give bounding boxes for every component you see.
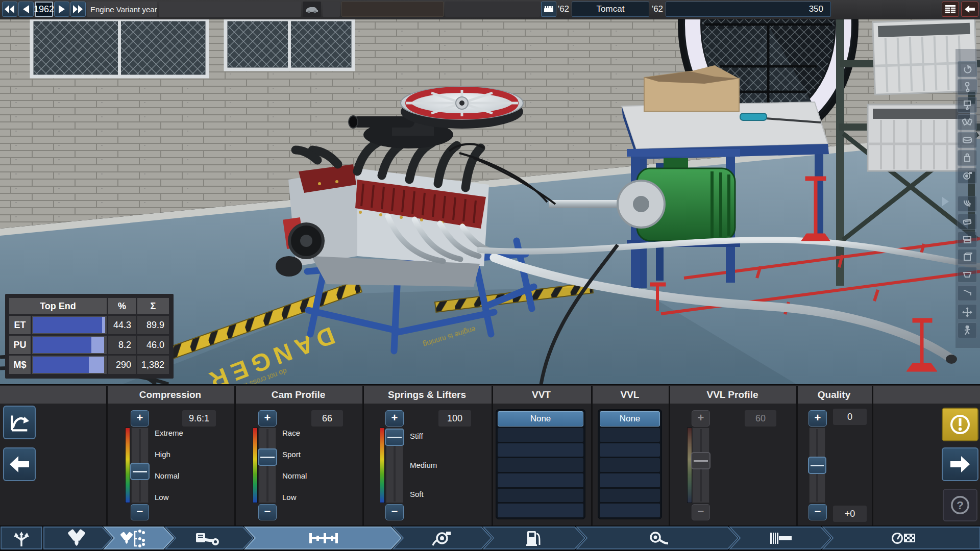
cam-slider-handle[interactable] [258,448,277,466]
year-first-button[interactable] [2,2,17,17]
toolbar-move-button[interactable] [958,304,977,320]
car-model-button[interactable] [303,2,321,17]
toolbar-cylinder-head-button[interactable] [958,232,977,247]
toolbar-headers-button[interactable] [958,196,977,212]
list-item[interactable] [600,443,660,457]
engine-icon [544,6,554,13]
toolbar-turbo-button[interactable] [958,168,977,184]
valve-cover-icon [962,217,972,227]
vvt-selected-option[interactable]: None [498,411,583,427]
graph-icon [8,411,31,434]
tab-top-end[interactable] [104,527,174,549]
section-title-vvt: VVT [492,388,591,402]
conrod-icon [962,82,972,92]
stat-bar [32,336,107,354]
list-item[interactable] [498,428,583,442]
tab-bottom-end[interactable] [165,527,253,549]
list-item[interactable] [498,458,583,472]
tab-exhaust[interactable] [577,527,738,549]
quality-minus-button[interactable]: − [808,504,827,520]
toolbar-walk-button[interactable] [958,322,977,338]
bar-tip [102,317,105,333]
warnings-button[interactable] [942,408,978,441]
slider-label: High [155,450,170,459]
expand-toolbar-arrow[interactable] [942,197,949,206]
list-item[interactable] [600,428,660,442]
list-item[interactable] [498,443,583,457]
engine-variant-button[interactable] [541,2,556,17]
data-sheet-button[interactable] [942,2,959,17]
table-row: PU 8.2 46.0 [9,336,169,354]
toolbar-piston-button[interactable] [958,97,977,113]
quality-value: 0 [833,409,867,425]
variant-name-field[interactable]: 350 [666,2,831,17]
toolbar-undo-button[interactable] [958,61,977,77]
year-next-button[interactable] [54,2,69,17]
year-prev-button[interactable] [18,2,34,17]
toolbar-oil-pan-button[interactable] [958,267,977,283]
year-value[interactable]: 1962 [35,2,53,17]
help-button[interactable]: ? [943,489,977,521]
pct-value: 290 [108,356,136,374]
list-item[interactable] [498,504,583,517]
cam-plus-button[interactable]: + [258,410,277,427]
tab-engine-family[interactable] [1,527,42,549]
back-exit-button[interactable] [961,2,978,17]
bar-fill [33,317,102,333]
toolbar-carburetor-button[interactable] [958,150,977,166]
springs-slider[interactable] [386,428,403,503]
slider-label: Soft [410,490,424,498]
year-last-button[interactable] [70,2,86,17]
carburetor-icon [962,153,972,163]
compression-minus-button[interactable]: − [131,504,149,520]
top-bar: 1962 Engine Variant year '62 Tomcat ' [0,0,980,19]
springs-slider-handle[interactable] [385,429,404,446]
toolbar-conrod-button[interactable] [958,79,977,95]
toolbar-air-filter-button[interactable] [958,132,977,148]
list-item[interactable] [600,458,660,472]
quality-slider[interactable] [809,428,825,503]
tab-dyno-setup[interactable] [730,527,831,549]
compression-slider-handle[interactable] [130,463,150,480]
row-label: PU [9,336,31,354]
tab-crankshaft[interactable] [245,527,401,549]
toolbar-exhaust-pipe-button[interactable] [958,285,977,301]
tab-testing-results[interactable] [823,527,980,549]
tab-aspiration[interactable] [393,527,492,549]
compression-plus-button[interactable]: + [131,410,149,427]
cam-slider[interactable] [259,428,276,503]
section-title-springs: Springs & Lifters [362,388,492,402]
toolbar-engine-block-button[interactable] [958,249,977,265]
toolbar-v-engine-button[interactable] [958,114,977,130]
topbar-segment [323,2,340,17]
list-item[interactable] [600,473,660,487]
list-item[interactable] [600,504,660,517]
list-item[interactable] [498,489,583,503]
slider-label: Extreme [155,429,183,437]
tab-fuel-system[interactable] [483,527,585,549]
automation-engine-designer: DANGER do not cross when engine is runni… [0,0,980,551]
list-item[interactable] [600,489,660,503]
help-icon: ? [949,494,971,516]
springs-plus-button[interactable]: + [385,410,404,427]
dyno-graph-button[interactable] [3,406,36,439]
tab-engine-block[interactable] [44,527,112,549]
next-tab-button[interactable] [942,447,978,481]
compression-slider[interactable] [131,428,149,503]
undo-icon [962,64,972,74]
compression-value: 9.6:1 [182,410,216,427]
list-item[interactable] [498,473,583,487]
springs-minus-button[interactable]: − [385,504,404,520]
parts-visibility-toolbar [955,49,980,348]
stat-bar [32,316,107,334]
family-name-field[interactable]: Tomcat [572,2,649,17]
pct-value: 44.3 [108,316,136,334]
quality-plus-button[interactable]: + [808,410,827,427]
slider-label: Low [282,493,297,502]
quality-slider-handle[interactable] [808,457,826,474]
toolbar-valve-cover-button[interactable] [958,214,977,230]
cam-gradient-strip [253,428,258,503]
vvl-selected-option[interactable]: None [600,411,660,427]
cam-minus-button[interactable]: − [258,504,277,520]
previous-tab-button[interactable] [3,447,36,481]
